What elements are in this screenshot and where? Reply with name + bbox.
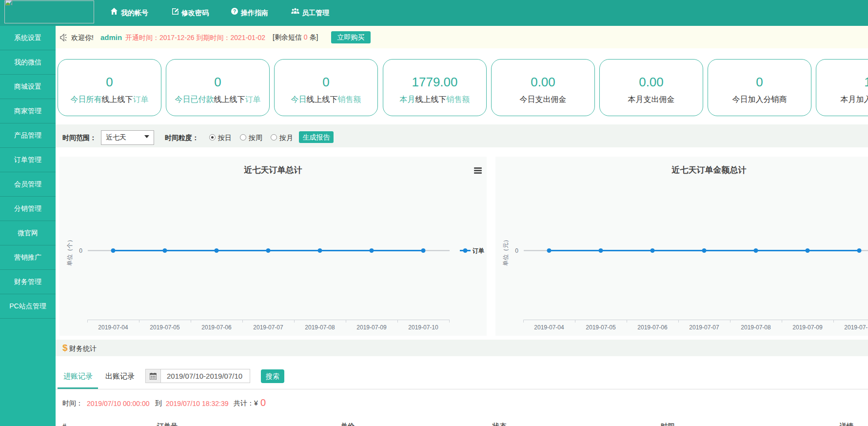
svg-text:单位（元）: 单位（元） [502, 237, 509, 266]
svg-text:2019-07-06: 2019-07-06 [637, 324, 668, 331]
svg-text:2019-07-09: 2019-07-09 [792, 324, 823, 331]
svg-text:2019-07-07: 2019-07-07 [689, 324, 719, 331]
svg-text:0: 0 [79, 247, 82, 254]
svg-text:2019-07-08: 2019-07-08 [305, 324, 335, 331]
svg-text:2019-07-05: 2019-07-05 [586, 324, 616, 331]
svg-text:2019-07-05: 2019-07-05 [150, 324, 180, 331]
svg-text:2019-07-09: 2019-07-09 [356, 324, 387, 331]
svg-text:2019-07-04: 2019-07-04 [534, 324, 564, 331]
svg-text:2019-07-06: 2019-07-06 [201, 324, 232, 331]
svg-text:订单: 订单 [472, 247, 484, 254]
svg-text:近七天订单总计: 近七天订单总计 [244, 165, 302, 175]
svg-text:0: 0 [515, 247, 518, 254]
svg-text:2019-07-08: 2019-07-08 [741, 324, 771, 331]
svg-text:2019-07-10: 2019-07-10 [408, 324, 438, 331]
svg-text:近七天订单金额总计: 近七天订单金额总计 [671, 165, 747, 175]
svg-text:?: ? [233, 9, 236, 14]
svg-text:2019-07-07: 2019-07-07 [253, 324, 283, 331]
svg-text:2019-07-10: 2019-07-10 [844, 324, 868, 331]
svg-text:2019-07-04: 2019-07-04 [98, 324, 128, 331]
svg-text:单位（个）: 单位（个） [66, 237, 73, 266]
